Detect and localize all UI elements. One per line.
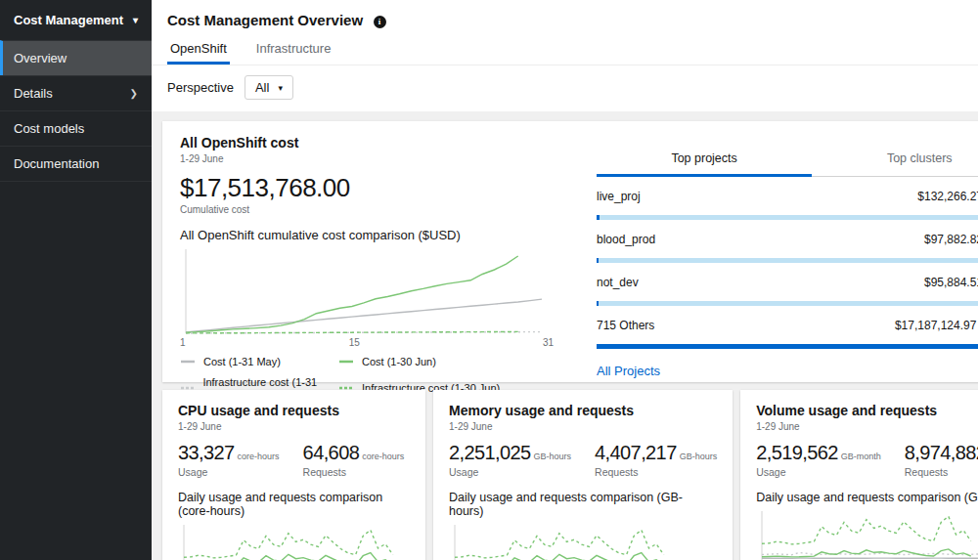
project-name: live_proj — [597, 190, 641, 203]
page-header: Cost Management Overview i — [152, 0, 978, 33]
sidebar-item-label: Cost models — [14, 121, 84, 136]
legend-item: Cost (1-30 Jun) — [338, 356, 554, 367]
sidebar-nav: Overview Details ❯ Cost models Documenta… — [0, 40, 152, 182]
perspective-label: Perspective — [167, 80, 234, 95]
date-range: 1-29 June — [180, 153, 554, 164]
sidebar-app-switcher[interactable]: Cost Management ▾ — [0, 0, 152, 40]
sidebar-item-documentation[interactable]: Documentation — [0, 146, 152, 182]
tab-infrastructure[interactable]: Infrastructure — [253, 35, 334, 65]
project-row: live_proj $132,266.27 (0.76%) — [597, 190, 978, 220]
cost-bar-fill — [597, 301, 599, 306]
cost-bar-track — [597, 258, 978, 263]
tab-top-clusters[interactable]: Top clusters — [812, 151, 978, 177]
line-chart — [178, 524, 410, 560]
cpu-usage-card: CPU usage and requests 1-29 June 33,327c… — [162, 390, 425, 560]
requests-metric: 8,974,882GB-month Requests — [905, 442, 978, 478]
legend-label: Cost (1-30 Jun) — [362, 356, 436, 367]
daily-usage-chart: 11531 — [178, 524, 410, 560]
cost-bar-fill — [597, 344, 978, 349]
memory-usage-card: Memory usage and requests 1-29 June 2,25… — [433, 390, 733, 560]
usage-metric: 2,251,025GB-hours Usage — [449, 442, 571, 478]
line-chart — [449, 524, 681, 560]
sidebar-item-overview[interactable]: Overview — [0, 40, 152, 75]
date-range: 1-29 June — [449, 421, 717, 432]
project-cost: $97,882.82 (0.56%) — [924, 233, 978, 246]
sidebar: Cost Management ▾ Overview Details ❯ Cos… — [0, 0, 152, 560]
cost-bar-fill — [597, 215, 600, 220]
requests-unit: GB-hours — [680, 452, 718, 461]
sidebar-item-label: Details — [14, 86, 53, 101]
usage-unit: GB-hours — [534, 452, 572, 461]
daily-usage-chart: 11531 — [756, 510, 978, 560]
usage-label: Usage — [449, 466, 571, 478]
x-axis: 11531 — [180, 336, 554, 349]
requests-value: 4,407,217 — [595, 442, 677, 463]
date-range: 1-29 June — [756, 421, 978, 432]
cost-summary: All OpenShift cost 1-29 June $17,513,768… — [180, 135, 554, 370]
dashboard: All OpenShift cost 1-29 June $17,513,768… — [152, 111, 978, 560]
usage-cards-row: CPU usage and requests 1-29 June 33,327c… — [162, 390, 978, 560]
usage-value: 2,519,562 — [756, 442, 838, 463]
perspective-row: Perspective All ▾ — [152, 65, 978, 111]
cumulative-cost-value: $17,513,768.00 — [180, 173, 554, 203]
requests-label: Requests — [595, 466, 717, 478]
cumulative-cost-label: Cumulative cost — [180, 204, 554, 215]
tab-openshift[interactable]: OpenShift — [167, 35, 230, 65]
cost-bar-track — [597, 215, 978, 220]
project-row: 715 Others $17,187,124.97 (98.14%) — [597, 319, 978, 349]
sidebar-item-label: Overview — [14, 51, 67, 65]
project-name: not_dev — [597, 276, 639, 289]
requests-value: 64,608 — [303, 442, 360, 463]
sidebar-item-label: Documentation — [14, 156, 99, 171]
top-projects-panel: Top projects Top clusters live_proj $132… — [597, 135, 978, 370]
source-tabs: OpenShift Infrastructure — [152, 33, 978, 65]
usage-metric: 33,327core-hours Usage — [178, 442, 280, 478]
line-chart — [756, 510, 978, 560]
line-chart — [180, 248, 544, 336]
project-cost: $95,884.51 (0.55%) — [924, 276, 978, 289]
volume-usage-card: Volume usage and requests 1-29 June 2,51… — [740, 390, 978, 560]
sidebar-item-details[interactable]: Details ❯ — [0, 75, 152, 110]
caret-down-icon: ▾ — [278, 83, 283, 93]
cost-bar-track — [597, 344, 978, 349]
perspective-select[interactable]: All ▾ — [244, 75, 293, 100]
chart-title: Daily usage and requests comparison (GB-… — [756, 491, 978, 504]
cost-bar-track — [597, 301, 978, 306]
card-title: All OpenShift cost — [180, 135, 554, 151]
x-tick-label: 31 — [543, 337, 554, 348]
legend-label: Cost (1-31 May) — [203, 356, 281, 367]
project-name: blood_prod — [597, 233, 655, 246]
all-projects-link[interactable]: All Projects — [597, 364, 660, 378]
chart-title: Daily usage and requests comparison (cor… — [178, 491, 410, 518]
project-cost: $132,266.27 (0.76%) — [917, 190, 978, 203]
chart-title: Daily usage and requests comparison (GB-… — [449, 491, 717, 518]
sidebar-title: Cost Management — [14, 13, 123, 27]
page-title: Cost Management Overview — [167, 12, 363, 28]
date-range: 1-29 June — [178, 421, 410, 432]
usage-metric: 2,519,562GB-month Usage — [756, 442, 881, 478]
requests-metric: 64,608core-hours Requests — [303, 442, 405, 478]
usage-value: 33,327 — [178, 442, 235, 463]
card-title: Memory usage and requests — [449, 403, 717, 418]
x-tick-label: 1 — [180, 337, 186, 348]
usage-label: Usage — [756, 466, 881, 478]
all-openshift-cost-card: All OpenShift cost 1-29 June $17,513,768… — [162, 121, 978, 382]
project-row: not_dev $95,884.51 (0.55%) — [597, 276, 978, 306]
caret-down-icon: ▾ — [133, 15, 138, 25]
usage-value: 2,251,025 — [449, 442, 531, 463]
requests-label: Requests — [905, 466, 978, 478]
app-root: Cost Management ▾ Overview Details ❯ Cos… — [0, 0, 978, 560]
chart-title: All OpenShift cumulative cost comparison… — [180, 228, 554, 242]
requests-value: 8,974,882 — [905, 442, 978, 463]
info-icon[interactable]: i — [374, 16, 386, 28]
legend-swatch — [338, 359, 354, 365]
usage-label: Usage — [178, 466, 280, 478]
project-name: 715 Others — [597, 319, 654, 332]
project-cost: $17,187,124.97 (98.14%) — [895, 319, 978, 332]
daily-usage-chart: 11531 — [449, 524, 717, 560]
card-title: CPU usage and requests — [178, 403, 410, 418]
tab-top-projects[interactable]: Top projects — [597, 151, 812, 177]
card-title: Volume usage and requests — [756, 403, 978, 418]
requests-unit: core-hours — [362, 452, 404, 461]
sidebar-item-cost-models[interactable]: Cost models — [0, 110, 152, 146]
